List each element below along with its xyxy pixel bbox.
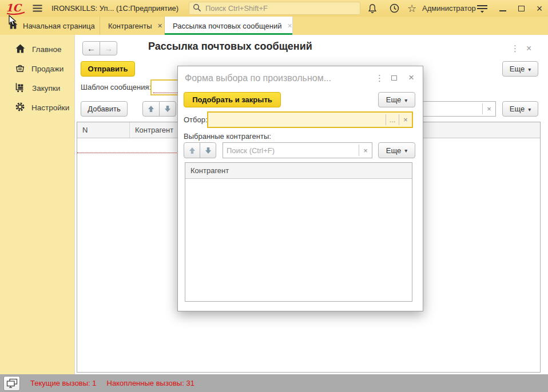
template-field-label: Шаблон сообщения:	[81, 83, 151, 91]
sidebar-item-nastroyki[interactable]: Настройки	[0, 99, 74, 115]
move-up-button[interactable]	[142, 101, 160, 117]
forward-arrow-icon: →	[104, 43, 113, 53]
selected-contractors-table: Контрагент	[185, 162, 412, 302]
tab-label: Рассылка почтовых сообщений	[173, 22, 281, 30]
dialog-list-more-button[interactable]: Еще ▾	[378, 142, 415, 158]
clear-search-icon[interactable]: ×	[483, 102, 495, 116]
caret-down-icon: ▾	[528, 106, 531, 113]
filter-label: Отбор:	[184, 115, 208, 124]
caret-down-icon: ▾	[404, 97, 407, 103]
forward-button[interactable]: →	[100, 41, 117, 55]
svg-text:1С: 1С	[6, 2, 23, 14]
dialog-more-button[interactable]: Еще ▾	[378, 92, 415, 107]
tab-kontragenty[interactable]: Контрагенты ×	[100, 17, 165, 35]
tabbar: Начальная страница Контрагенты × Рассылк…	[0, 17, 548, 35]
sidebar-item-label: Настройки	[31, 103, 69, 112]
pick-and-close-button[interactable]: Подобрать и закрыть	[184, 92, 281, 107]
basket-icon	[15, 63, 25, 75]
dialog-move-down-button[interactable]	[200, 142, 216, 158]
close-icon: ×	[537, 3, 543, 14]
sidebar-item-label: Главное	[32, 45, 62, 54]
selected-section-label: Выбранные контрагенты:	[184, 132, 271, 141]
arrow-down-icon	[205, 147, 212, 154]
arrow-up-icon	[148, 105, 154, 113]
column-header-n[interactable]: N	[77, 122, 130, 138]
maximize-icon	[518, 6, 525, 11]
dialog-title: Форма выбора по произвольном...	[185, 73, 331, 83]
choose-ellipsis-icon[interactable]: ...	[386, 113, 399, 127]
back-arrow-icon: ←	[87, 43, 96, 53]
sidebar-item-label: Закупки	[32, 84, 60, 93]
user-name: Администратор	[422, 0, 476, 17]
performance-indicator-icon[interactable]	[3, 376, 20, 391]
move-down-button[interactable]	[159, 101, 176, 117]
dialog-close-icon[interactable]: ×	[408, 73, 414, 82]
selection-dialog: Форма выбора по произвольном... ⋮ × Подо…	[177, 66, 423, 311]
page-title: Рассылка почтовых сообщений	[148, 41, 312, 53]
clear-filter-icon[interactable]: ×	[399, 113, 412, 127]
minimize-icon	[499, 10, 506, 11]
home-icon	[8, 20, 18, 31]
accumulated-calls: Накопленные вызовы: 31	[107, 379, 194, 387]
favorites-star-icon[interactable]: ☆	[404, 0, 419, 17]
service-menu-icon[interactable]	[474, 0, 491, 17]
send-button[interactable]: Отправить	[81, 61, 135, 77]
tab-label: Контрагенты	[108, 22, 152, 30]
tab-label: Начальная страница	[23, 22, 95, 30]
dialog-move-up-button[interactable]	[184, 142, 200, 158]
caret-down-icon: ▾	[528, 66, 531, 73]
tab-home[interactable]: Начальная страница	[0, 17, 100, 35]
search-icon	[193, 3, 201, 14]
arrow-up-icon	[189, 147, 196, 154]
caret-down-icon: ▾	[404, 147, 407, 154]
global-search[interactable]	[189, 2, 360, 15]
dialog-menu-kebab-icon[interactable]: ⋮	[375, 74, 384, 82]
back-button[interactable]: ←	[82, 41, 100, 55]
dialog-search-field[interactable]: ×	[223, 142, 372, 158]
main-menu-button[interactable]	[30, 0, 45, 17]
minimize-button[interactable]	[495, 0, 510, 17]
gear-icon	[15, 102, 25, 114]
form-menu-kebab-icon[interactable]: ⋮	[511, 44, 519, 53]
notifications-bell-icon[interactable]	[365, 0, 380, 17]
sidebar-item-glavnoe[interactable]: Главное	[0, 41, 74, 57]
current-calls: Текущие вызовы: 1	[30, 379, 97, 387]
add-button[interactable]: Добавить	[81, 101, 128, 117]
titlebar: 1С IRONSKILLS: Уп... (1С:Предприятие) ☆ …	[0, 0, 548, 17]
close-window-button[interactable]: ×	[532, 0, 547, 17]
maximize-button[interactable]	[514, 0, 529, 17]
form-close-icon[interactable]: ×	[526, 44, 531, 53]
form-more-button[interactable]: Еще ▾	[502, 61, 538, 77]
arrow-down-icon	[164, 105, 171, 113]
statusbar: Текущие вызовы: 1 Накопленные вызовы: 31	[0, 374, 548, 392]
1c-logo-icon: 1С	[5, 0, 26, 17]
list-more-button[interactable]: Еще ▾	[502, 101, 538, 117]
home-icon	[15, 43, 26, 55]
sidebar-item-zakupki[interactable]: Закупки	[0, 80, 74, 96]
sidebar-item-label: Продажи	[31, 65, 63, 73]
tab-rassylka[interactable]: Рассылка почтовых сообщений ×	[165, 17, 293, 35]
app-title: IRONSKILLS: Уп... (1С:Предприятие)	[51, 0, 178, 17]
table-header: Контрагент	[185, 163, 412, 179]
global-search-input[interactable]	[204, 3, 356, 13]
sidebar-item-prodazhi[interactable]: Продажи	[0, 61, 74, 77]
dialog-maximize-icon[interactable]	[391, 75, 397, 81]
sidebar: Главное Продажи Закупки Настройки	[0, 35, 74, 374]
filter-input[interactable]	[208, 113, 386, 127]
dialog-search-input[interactable]	[223, 143, 359, 158]
clear-search-icon[interactable]: ×	[359, 143, 372, 158]
tab-close-icon[interactable]: ×	[158, 22, 162, 30]
application-window: 1С IRONSKILLS: Уп... (1С:Предприятие) ☆ …	[0, 0, 548, 392]
filter-field[interactable]: ... ×	[207, 111, 413, 128]
column-header-kontragent[interactable]: Контрагент	[185, 163, 412, 178]
cart-icon	[15, 82, 26, 94]
tab-close-icon[interactable]: ×	[287, 22, 292, 30]
history-clock-icon[interactable]	[387, 0, 402, 17]
